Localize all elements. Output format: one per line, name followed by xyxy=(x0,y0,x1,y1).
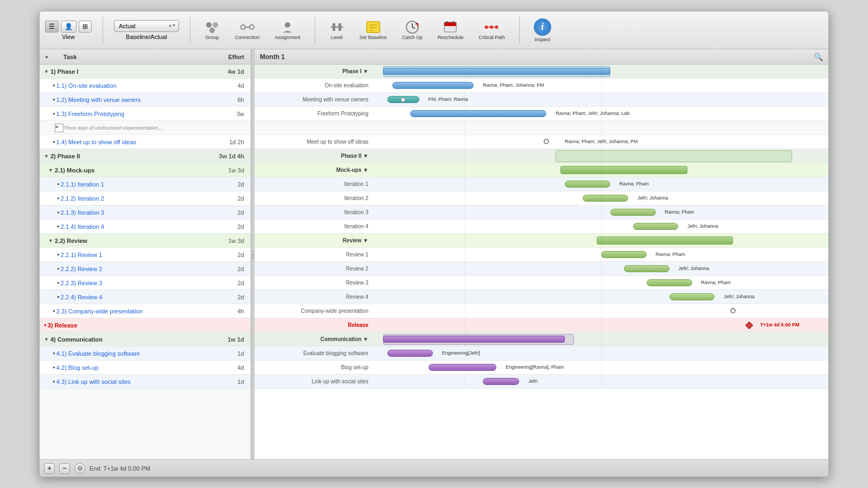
svg-point-3 xyxy=(241,25,245,29)
task-name: 4.2) Blog set-up xyxy=(56,364,210,371)
gantt-bar-purple[interactable] xyxy=(383,336,565,343)
gantt-bar-zone: Ravna; Pham; Johanna; PM xyxy=(374,79,828,92)
gantt-search-icon[interactable]: 🔍 xyxy=(814,53,823,61)
group-btn[interactable]: Group xyxy=(201,19,223,42)
task-row[interactable]: ● 4.3) Link up with social sites 1d xyxy=(40,375,251,389)
toggle[interactable]: ▼ xyxy=(48,238,55,243)
milestone-circle[interactable] xyxy=(544,139,549,144)
gantt-label: Review 1 xyxy=(254,252,374,258)
release-milestone[interactable] xyxy=(745,322,753,329)
gantt-bar[interactable] xyxy=(669,293,715,300)
gantt-label: Blog set-up xyxy=(254,364,374,370)
task-row[interactable]: ▼ 2.1) Mock-ups 1w 3d xyxy=(40,163,251,177)
task-row[interactable]: ● 4.1) Evaluate blogging software 1d xyxy=(40,346,251,361)
effort-col-header: Effort xyxy=(210,54,248,60)
task-name: 2.1.2) Iteration 2 xyxy=(61,195,210,202)
task-row[interactable]: ▼ 2) Phase II 3w 1d 4h xyxy=(40,149,251,163)
task-row[interactable]: ● 1.1) On-site evaluation 4d xyxy=(40,79,251,93)
task-row[interactable]: ● 4.2) Blog set-up 4d xyxy=(40,361,251,375)
gantt-bar[interactable] xyxy=(565,181,610,188)
baseline-select[interactable]: Actual xyxy=(114,20,179,32)
task-name: 2.2) Review xyxy=(55,237,210,244)
gantt-bar-zone: T+1w 4d 5:00 PM xyxy=(374,318,828,332)
assignment-btn[interactable]: Assignment xyxy=(272,19,304,42)
level-btn[interactable]: Level xyxy=(326,19,348,42)
task-row[interactable]: ● 2.2.3) Review 3 2d xyxy=(40,276,251,290)
critical-path-btn[interactable]: Critical Path xyxy=(475,19,508,42)
gantt-bar[interactable] xyxy=(429,364,497,371)
task-row[interactable]: ● 2.1.2) Iteration 2 2d xyxy=(40,191,251,206)
gantt-bar[interactable] xyxy=(583,195,628,202)
assignee-label: Jefri; Johanna xyxy=(687,223,718,229)
task-row[interactable]: ▼ 2.2) Review 1w 3d xyxy=(40,234,251,248)
task-effort: 1d xyxy=(210,350,248,357)
settings-btn[interactable]: ⚙ xyxy=(74,463,85,474)
baseline-select-wrapper: Actual Baseline/Actual xyxy=(114,20,179,40)
group-label: Group xyxy=(205,35,219,40)
task-row[interactable]: ● 1.2) Meeting with venue owners 6h xyxy=(40,93,251,107)
gantt-row-222: Review 2 Jefri; Johanna xyxy=(254,262,828,276)
bullet: ● xyxy=(57,294,60,299)
task-row[interactable]: ● 2.3) Company-wide presentation 4h xyxy=(40,304,251,318)
gantt-bar[interactable] xyxy=(633,223,679,230)
gantt-row-12: Meeting with venue owners PM; Pham; Ravn… xyxy=(254,93,828,107)
gantt-label: Review ▼ xyxy=(254,237,374,243)
svg-rect-16 xyxy=(444,22,456,26)
task-name: 2.1.3) Iteration 3 xyxy=(61,209,210,216)
task-row[interactable]: ● 2.2.1) Review 1 2d xyxy=(40,248,251,262)
person-view-btn[interactable]: 👤 xyxy=(61,21,76,33)
gantt-row-41: Evaluate blogging software Engineering[J… xyxy=(254,346,828,361)
task-name: 2.2.2) Review 2 xyxy=(61,266,210,272)
collapse-toggle[interactable]: ● xyxy=(42,52,52,62)
task-row[interactable]: ● 2.1.3) Iteration 3 2d xyxy=(40,206,251,220)
gantt-bar-blue[interactable] xyxy=(383,68,610,75)
svg-rect-10 xyxy=(367,22,380,33)
connection-btn[interactable]: Connection xyxy=(232,19,263,42)
toggle[interactable]: ▼ xyxy=(44,69,50,74)
task-note: Three days of unstructured experimentati… xyxy=(63,125,248,131)
task-name: 2.1) Mock-ups xyxy=(55,167,210,174)
task-row-release[interactable]: ● 3) Release xyxy=(40,318,251,332)
remove-task-btn[interactable]: − xyxy=(59,463,70,474)
task-row[interactable]: ● 2.1.4) Iteration 4 2d xyxy=(40,220,251,234)
gantt-bar[interactable] xyxy=(601,251,647,258)
toggle[interactable]: ▼ xyxy=(44,337,50,342)
catch-up-btn[interactable]: Catch Up xyxy=(399,19,426,42)
gantt-bar-green[interactable] xyxy=(560,166,688,174)
add-task-btn[interactable]: + xyxy=(44,463,55,474)
reschedule-btn[interactable]: Reschedule xyxy=(435,19,467,42)
gantt-bar[interactable] xyxy=(387,96,419,103)
task-row[interactable]: ● 2.2.2) Review 2 2d xyxy=(40,262,251,276)
gantt-bar[interactable] xyxy=(610,209,656,216)
task-row[interactable]: ● 2.2.4) Review 4 2d xyxy=(40,290,251,304)
divider-dot xyxy=(252,257,254,259)
task-name: 1.1) On-site evaluation xyxy=(56,82,210,89)
task-row[interactable]: ▼ 1) Phase I 4w 1d xyxy=(40,65,251,79)
gantt-label: Iteration 1 xyxy=(254,181,374,187)
assignee-label: Jefri; Johanna xyxy=(724,294,755,299)
gantt-bar[interactable] xyxy=(647,279,692,286)
task-row[interactable]: ▼ 4) Communication 1w 1d xyxy=(40,332,251,346)
gantt-row-14: Meet up to show off ideas Ravna; Pham; J… xyxy=(254,135,828,149)
gantt-bar[interactable] xyxy=(624,265,669,272)
task-row[interactable]: ● 2.1.1) Iteration 1 2d xyxy=(40,177,251,191)
gantt-bar[interactable] xyxy=(387,350,433,357)
task-panel-header: ● Task Effort xyxy=(40,49,251,65)
milestone-circle[interactable] xyxy=(730,308,736,313)
task-row[interactable]: ● 1.3) Freeform Prototyping 3w xyxy=(40,107,251,121)
inspect-btn[interactable]: i Inspect xyxy=(531,17,554,44)
set-baseline-btn[interactable]: Set Baseline xyxy=(356,19,391,42)
inspect-icon: i xyxy=(534,18,551,36)
release-label: T+1w 4d 5:00 PM xyxy=(760,322,799,328)
toggle[interactable]: ▼ xyxy=(44,153,50,159)
grid-view-btn[interactable]: ⊞ xyxy=(79,21,92,33)
reschedule-label: Reschedule xyxy=(438,35,464,40)
sep-2 xyxy=(190,17,190,44)
gantt-bar[interactable] xyxy=(392,82,474,89)
gantt-bar-green[interactable] xyxy=(597,236,733,245)
gantt-bar[interactable] xyxy=(483,378,519,385)
toggle[interactable]: ▼ xyxy=(48,168,55,173)
gantt-bar[interactable] xyxy=(410,110,546,117)
list-view-btn[interactable]: ☰ xyxy=(45,21,59,33)
task-row[interactable]: ● 1.4) Meet up to show off ideas 1d 2h xyxy=(40,135,251,149)
